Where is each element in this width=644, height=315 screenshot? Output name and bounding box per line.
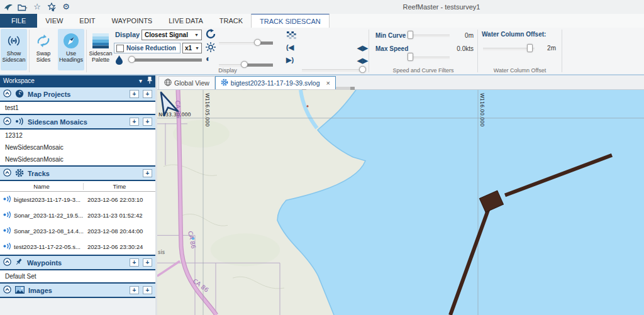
track-row[interactable]: test2023-11-17-22-05.s... 2023-12-06 23:… xyxy=(0,239,155,255)
import-track-button[interactable]: + xyxy=(143,169,152,177)
menu-tab-track[interactable]: TRACK xyxy=(211,14,251,28)
add-mosaic-button[interactable]: + xyxy=(130,118,139,126)
section-header-sidescan-mosaics: Sidescan Mosaics + + xyxy=(0,114,155,130)
dither-icon xyxy=(287,30,296,41)
show-sidescan-label: Show Sidescan xyxy=(1,50,27,63)
tab-close-icon[interactable]: × xyxy=(326,79,330,87)
opacity-slider[interactable] xyxy=(128,55,202,64)
multiplier-dropdown[interactable]: x1 ▼ xyxy=(182,43,202,53)
slider-thumb[interactable] xyxy=(254,39,261,46)
add-image-button[interactable]: + xyxy=(130,286,139,294)
swap-sides-button[interactable]: Swap Sides xyxy=(30,29,57,70)
collapse-chevron-button[interactable] xyxy=(3,258,11,267)
import-image-button[interactable]: + xyxy=(143,286,152,294)
compass-icon xyxy=(63,31,79,50)
menu-tab-file[interactable]: FILE xyxy=(0,14,37,28)
collapse-chevron-button[interactable] xyxy=(3,89,11,99)
noise-reduction-label: Noise Reduction xyxy=(126,45,176,52)
add-waypoint-set-button[interactable]: + xyxy=(130,258,139,267)
import-mosaic-button[interactable]: + xyxy=(143,118,152,126)
track-row[interactable]: Sonar_2023-11-22_19.5... 2023-11-23 01:5… xyxy=(0,207,155,223)
tab-label: Global View xyxy=(174,79,209,87)
add-map-project-button[interactable]: + xyxy=(130,90,139,98)
tracks-table-header: Name Time xyxy=(0,181,155,192)
water-column-offset-value: 2m xyxy=(540,45,556,52)
ribbon-group-water-column: Water Column Offset: 2m Water Column Off… xyxy=(478,28,562,74)
place-label: sis xyxy=(158,249,165,255)
map-project-item[interactable]: test1 xyxy=(0,102,155,114)
slider-track[interactable] xyxy=(408,35,450,37)
swap-sides-label: Swap Sides xyxy=(30,50,57,63)
panel-pin-icon[interactable] xyxy=(147,77,152,85)
workspace-panel-header: Workspace ▾ xyxy=(0,75,155,86)
sidescan-palette-button[interactable]: Sidescan Palette xyxy=(87,29,114,70)
track-row[interactable]: bigtest2023-11-17-19-3... 2023-12-06 22:… xyxy=(0,192,155,207)
track-name: bigtest2023-11-17-19-3... xyxy=(14,196,80,203)
import-waypoints-button[interactable]: + xyxy=(143,258,152,267)
tab-global-view[interactable]: Global View xyxy=(158,76,215,89)
slider-thumb[interactable] xyxy=(408,53,413,61)
range-adjust-icon[interactable]: ◀▶ xyxy=(357,56,368,65)
settings-gear-icon[interactable]: ⚙ xyxy=(61,2,71,12)
gain-slider[interactable] xyxy=(219,38,273,47)
tab-gear-icon xyxy=(221,79,228,87)
send-waypoint-icon[interactable] xyxy=(47,2,57,12)
waypoint-set-item[interactable]: Default Set xyxy=(0,270,155,282)
slider-track[interactable] xyxy=(408,57,450,59)
speed-curve-group-label: Speed and Curve Filters xyxy=(369,67,477,74)
min-curve-slider[interactable] xyxy=(408,31,450,40)
menu-tab-edit[interactable]: EDIT xyxy=(71,14,103,28)
track-row[interactable]: Sonar_2023-12-08_14.4... 2023-12-08 20:4… xyxy=(0,223,155,239)
max-speed-slider[interactable] xyxy=(408,53,450,62)
collapse-chevron-button[interactable] xyxy=(3,169,11,178)
use-headings-button[interactable]: Use Headings xyxy=(58,29,84,70)
noise-reduction-checkbox[interactable] xyxy=(116,45,124,52)
slider-thumb[interactable] xyxy=(128,56,135,63)
swap-arrows-icon xyxy=(35,31,52,50)
menu-tab-waypoints[interactable]: WAYPOINTS xyxy=(103,14,160,28)
range-adjust-icon[interactable]: ◀▶ xyxy=(357,43,368,52)
column-header-name[interactable]: Name xyxy=(0,183,84,190)
water-drop-icon xyxy=(115,55,123,67)
sonar-waves-icon xyxy=(5,31,23,50)
menu-tab-view[interactable]: VIEW xyxy=(37,14,71,28)
document-area: Global View bigtest2023-11-17-19-39.svlo… xyxy=(157,75,644,315)
range-end-icon: ▶) xyxy=(286,55,294,64)
reefmaster-window: ☆ ⚙ ReefMaster - testsurvey1 FILE VIEW E… xyxy=(0,0,644,315)
open-project-icon[interactable] xyxy=(18,2,28,12)
show-sidescan-button[interactable]: Show Sidescan xyxy=(1,29,27,70)
signal-mode-value: Closest Signal xyxy=(145,31,188,38)
workspace-title: Workspace xyxy=(3,77,35,84)
slider-track-filled[interactable] xyxy=(245,64,273,67)
favorite-icon[interactable]: ☆ xyxy=(32,2,42,12)
track-time: 2023-12-06 23:30:24 xyxy=(84,243,155,250)
mosaic-item[interactable]: NewSidescanMosaic xyxy=(0,153,155,165)
sidescan-palette-label: Sidescan Palette xyxy=(87,50,114,63)
map-canvas[interactable]: N033.30.000 W116.05.000 W116.00.000 CA 8… xyxy=(157,90,644,315)
app-icon[interactable] xyxy=(3,2,13,12)
import-map-project-button[interactable]: + xyxy=(143,90,152,98)
menu-tab-live-data[interactable]: LIVE DATA xyxy=(160,14,211,28)
track-sonar-icon xyxy=(3,243,11,251)
column-header-time[interactable]: Time xyxy=(84,183,155,190)
collapse-chevron-button[interactable] xyxy=(3,117,11,126)
slider-track-filled[interactable] xyxy=(135,58,202,62)
land-patch xyxy=(211,233,280,266)
mosaic-item[interactable]: NewSidescanMosaic xyxy=(0,141,155,153)
collapse-chevron-button[interactable] xyxy=(3,285,11,295)
min-curve-label: Min Curve xyxy=(375,32,406,39)
track-name: test2023-11-17-22-05.s... xyxy=(14,243,80,250)
use-headings-label: Use Headings xyxy=(58,50,84,63)
slider-thumb[interactable] xyxy=(408,31,413,39)
mosaic-item[interactable]: 12312 xyxy=(0,130,155,141)
tab-svlog-document[interactable]: bigtest2023-11-17-19-39.svlog × xyxy=(215,76,336,89)
track-time: 2023-11-23 01:52:42 xyxy=(84,212,155,219)
slider-thumb[interactable] xyxy=(527,44,533,52)
brightness-icon xyxy=(206,42,216,55)
water-column-offset-slider[interactable] xyxy=(483,44,535,53)
signal-mode-dropdown[interactable]: Closest Signal ▼ xyxy=(142,30,202,40)
map-viewport[interactable]: N033.30.000 W116.05.000 W116.00.000 CA 8… xyxy=(157,90,644,315)
track-sonar-icon xyxy=(3,196,11,204)
menu-tab-track-sidescan[interactable]: TRACK SIDESCAN xyxy=(251,14,330,28)
panel-collapse-icon[interactable]: ▾ xyxy=(139,77,142,84)
